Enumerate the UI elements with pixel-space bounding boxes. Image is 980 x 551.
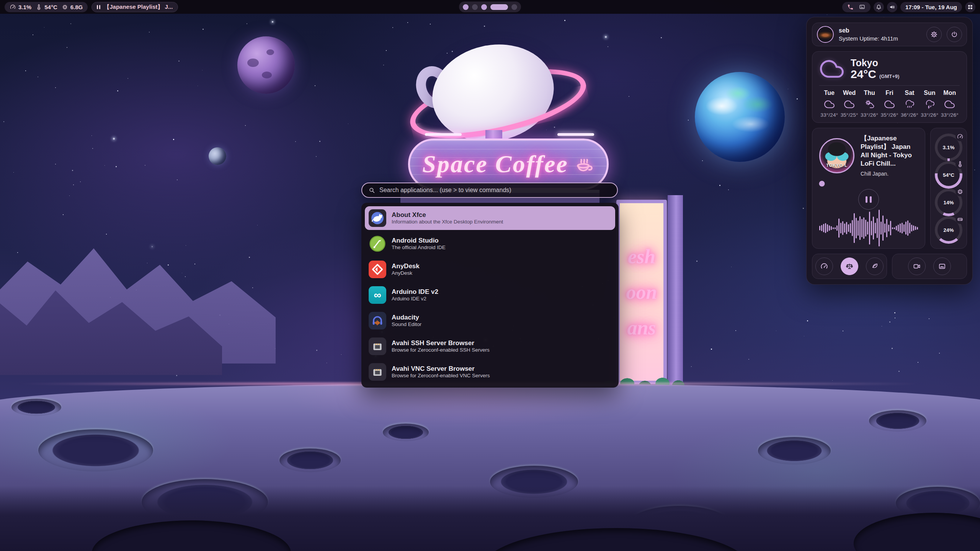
power-saver-profile-button[interactable] bbox=[866, 258, 884, 275]
gear-icon bbox=[930, 31, 938, 38]
track-subtitle: Chill Japan. bbox=[861, 171, 918, 177]
window-neon-line: oon bbox=[626, 281, 657, 303]
weather-city: Tokyo bbox=[851, 58, 899, 68]
network-port-icon bbox=[369, 363, 386, 381]
speedometer-icon bbox=[820, 262, 828, 271]
track-title: 【Japanese Playlist】 Japan All Night - To… bbox=[861, 134, 918, 168]
progress-knob[interactable] bbox=[819, 181, 825, 187]
earth-planet bbox=[695, 72, 785, 162]
chip-icon bbox=[62, 4, 68, 10]
app-results-list: About XfceInformation about the Xfce Des… bbox=[361, 203, 619, 388]
app-item-anydesk[interactable]: AnyDeskAnyDesk bbox=[365, 258, 615, 281]
image-icon[interactable] bbox=[859, 3, 866, 10]
now-playing-label: 【Japanese Playlist】 J... bbox=[104, 3, 173, 11]
forecast-day: Sun bbox=[920, 90, 939, 96]
workspace-dot-active[interactable] bbox=[490, 4, 508, 10]
forecast-day: Tue bbox=[819, 90, 839, 96]
speedometer-icon bbox=[10, 4, 16, 10]
app-item-avahi-vnc[interactable]: Avahi VNC Server BrowserBrowse for Zeroc… bbox=[365, 360, 615, 384]
scales-icon bbox=[845, 262, 854, 271]
app-name: Avahi VNC Server Browser bbox=[392, 365, 490, 372]
app-description: The official Android IDE bbox=[392, 245, 446, 250]
leaf-icon bbox=[871, 262, 879, 271]
cloud-icon bbox=[940, 99, 960, 109]
app-description: AnyDesk bbox=[392, 271, 420, 276]
small-moon bbox=[209, 147, 226, 165]
disk-icon bbox=[956, 215, 965, 224]
app-description: Information about the Xfce Desktop Envir… bbox=[392, 219, 503, 225]
workspace-dot-empty[interactable] bbox=[511, 4, 517, 10]
forecast-day: Wed bbox=[839, 90, 859, 96]
app-search-bar[interactable] bbox=[361, 183, 618, 198]
media-player-card: TOKYO L 【Japanese Playlist】 Japan All Ni… bbox=[812, 128, 925, 249]
xfce-icon bbox=[369, 209, 386, 227]
cloud-icon bbox=[819, 99, 839, 109]
video-camera-icon bbox=[913, 262, 921, 271]
user-card: seb System Uptime: 4h11m bbox=[812, 23, 967, 46]
forecast-temps: 33°/26° bbox=[920, 112, 939, 118]
overview-button[interactable] bbox=[965, 2, 975, 12]
app-description: Browse for Zeroconf-enabled SSH Servers bbox=[392, 347, 490, 353]
avatar bbox=[817, 26, 834, 43]
now-playing-pill[interactable]: 【Japanese Playlist】 J... bbox=[91, 2, 178, 12]
shop-window: esh oon ans bbox=[616, 200, 667, 384]
screenshot-button[interactable] bbox=[933, 258, 951, 275]
memory-gauge: 14% bbox=[935, 189, 962, 216]
window-neon-line: esh bbox=[628, 245, 655, 268]
capture-card bbox=[892, 254, 967, 279]
temperature-gauge: 54°C bbox=[935, 161, 962, 189]
rain-icon bbox=[900, 99, 920, 109]
weather-card: Tokyo 24°C (GMT+9) Tue Wed Thu Fri Sat S… bbox=[812, 51, 967, 123]
app-name: Arduino IDE v2 bbox=[392, 289, 438, 295]
app-description: Sound Editor bbox=[392, 322, 421, 327]
app-item-android-studio[interactable]: Android StudioThe official Android IDE bbox=[365, 232, 615, 256]
notifications-button[interactable] bbox=[874, 2, 884, 12]
chip-icon bbox=[956, 187, 965, 196]
memory-usage-value: 6.8G bbox=[70, 4, 83, 10]
audio-visualizer bbox=[819, 210, 918, 246]
clock[interactable]: 17:09 - Tue, 19 Aug bbox=[900, 2, 962, 12]
system-tray bbox=[842, 2, 871, 12]
app-item-avahi-ssh[interactable]: Avahi SSH Server BrowserBrowse for Zeroc… bbox=[365, 334, 615, 358]
thermometer-icon bbox=[36, 4, 42, 10]
screen-record-button[interactable] bbox=[908, 258, 926, 275]
storm-icon bbox=[920, 99, 939, 109]
album-art: TOKYO L bbox=[819, 138, 854, 173]
workspace-switcher[interactable] bbox=[459, 2, 521, 12]
cpu-usage: 3.1% bbox=[10, 4, 31, 10]
app-name: Audacity bbox=[392, 314, 421, 321]
settings-button[interactable] bbox=[926, 27, 942, 42]
top-panel: 3.1% 54°C 6.8G 【Japanese Playlist】 J... … bbox=[0, 0, 980, 14]
speaker-icon bbox=[889, 4, 895, 10]
app-item-arduino[interactable]: ∞ Arduino IDE v2Arduino IDE v2 bbox=[365, 283, 615, 307]
power-button[interactable] bbox=[947, 27, 962, 42]
forecast-temps: 33°/26° bbox=[940, 112, 960, 118]
app-description: Arduino IDE v2 bbox=[392, 296, 438, 302]
audacity-icon bbox=[369, 312, 386, 329]
cloud-icon bbox=[879, 99, 899, 109]
cpu-temperature-value: 54°C bbox=[44, 4, 57, 10]
android-studio-icon bbox=[369, 235, 386, 253]
forecast-day: Sat bbox=[900, 90, 920, 96]
pause-button[interactable] bbox=[858, 189, 879, 210]
weather-forecast: Tue Wed Thu Fri Sat Sun Mon 33°/24° 35°/… bbox=[819, 90, 960, 118]
app-item-about-xfce[interactable]: About XfceInformation about the Xfce Des… bbox=[365, 206, 615, 230]
workspace-dot-empty[interactable] bbox=[472, 4, 478, 10]
screenshot-icon bbox=[938, 262, 946, 271]
phone-icon[interactable] bbox=[847, 4, 854, 10]
workspace-dot-occupied[interactable] bbox=[463, 4, 469, 10]
volume-button[interactable] bbox=[887, 2, 897, 12]
app-description: Browse for Zeroconf-enabled VNC Servers bbox=[392, 373, 490, 378]
grid-icon bbox=[967, 4, 973, 10]
steaming-cup-icon bbox=[574, 154, 595, 174]
balanced-profile-button[interactable] bbox=[841, 258, 858, 275]
app-item-audacity[interactable]: AudacitySound Editor bbox=[365, 309, 615, 333]
workspace-dot-occupied[interactable] bbox=[481, 4, 487, 10]
system-gauges-card: 3.1% 54°C 14% 24% bbox=[930, 128, 967, 249]
forecast-temps: 36°/26° bbox=[900, 112, 920, 118]
search-input[interactable] bbox=[379, 187, 611, 194]
control-center-panel: seb System Uptime: 4h11m Tokyo 24°C (GMT… bbox=[806, 17, 973, 285]
performance-profile-button[interactable] bbox=[815, 258, 833, 275]
arduino-icon: ∞ bbox=[369, 286, 386, 304]
cpu-temperature: 54°C bbox=[36, 4, 57, 10]
